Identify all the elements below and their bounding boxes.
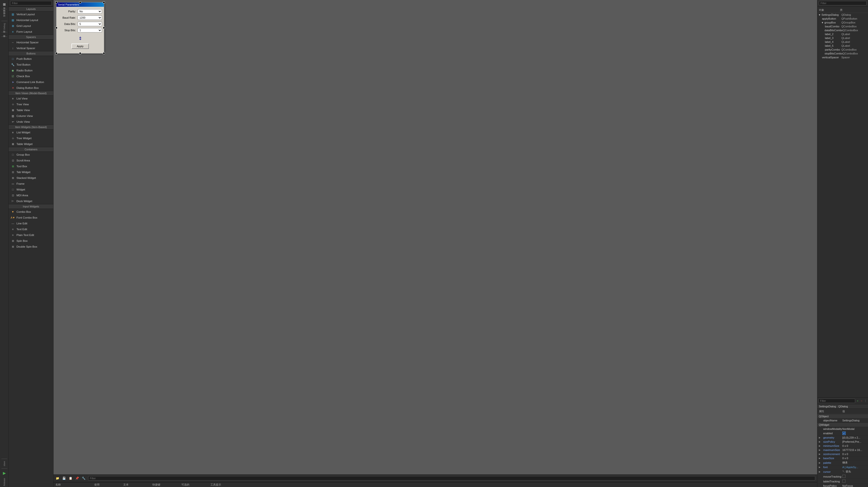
sidebar-item-vertical-layout[interactable]: ▥ Vertical Layout bbox=[9, 11, 53, 17]
prop-enabled[interactable]: enabled ✓ bbox=[817, 431, 868, 436]
tree-item-data-bits-combo[interactable]: dataBitsCombo QComboBox bbox=[817, 28, 868, 32]
tree-item-label-4[interactable]: label_4 QLabel bbox=[817, 40, 868, 44]
prop-objectName[interactable]: objectName SettingsDialog bbox=[817, 419, 868, 423]
handle-mr[interactable] bbox=[103, 27, 105, 29]
sidebar-item-widget[interactable]: □ Widget bbox=[9, 187, 53, 192]
sidebar-item-grid-layout[interactable]: ⊞ Grid Layout bbox=[9, 23, 53, 29]
grid-view-icon[interactable]: ⊞ bbox=[1, 1, 8, 8]
sidebar-item-group-box[interactable]: □ Group Box bbox=[9, 152, 53, 158]
props-remove-icon[interactable]: − bbox=[860, 398, 863, 403]
tree-item-apply-button[interactable]: applyButton QPushButton bbox=[817, 17, 868, 21]
handle-bl[interactable] bbox=[56, 52, 57, 54]
sidebar-item-list-widget[interactable]: ≡ List Widget bbox=[9, 129, 53, 135]
form-layout-icon: ≡ bbox=[11, 30, 15, 34]
sidebar-item-tool-button[interactable]: 🔧 Tool Button bbox=[9, 62, 53, 68]
sidebar-item-dialog-button-box[interactable]: ✕ Dialog Button Box bbox=[9, 85, 53, 91]
tree-item-parity-combo[interactable]: parityCombo QComboBox bbox=[817, 48, 868, 52]
paste-icon[interactable]: 📌 bbox=[74, 476, 80, 481]
canvas-area[interactable]: Serial Parameters Parity: No Even Odd Ba… bbox=[54, 0, 817, 475]
sidebar-item-mdi-area[interactable]: ⊡ MDI Area bbox=[9, 192, 53, 198]
sidebar-item-table-widget[interactable]: ⊞ Table Widget bbox=[9, 141, 53, 147]
filter-input[interactable] bbox=[10, 1, 52, 5]
props-filter-input[interactable] bbox=[818, 399, 855, 403]
tree-item-label-3[interactable]: label_3 QLabel bbox=[817, 36, 868, 40]
save-file-icon[interactable]: 💾 bbox=[61, 476, 67, 481]
prop-focusPolicy[interactable]: focusPolicy NoFocus bbox=[817, 484, 868, 487]
line-edit-icon: — bbox=[11, 221, 15, 226]
sidebar-item-frame[interactable]: ▭ Frame bbox=[9, 181, 53, 187]
sidebar-item-double-spin-box[interactable]: ⊞ Double Spin Box bbox=[9, 244, 53, 250]
sidebar-item-tab-widget[interactable]: ⊟ Tab Widget bbox=[9, 169, 53, 175]
sidebar-item-push-button[interactable]: □ Push Button bbox=[9, 56, 53, 62]
open-file-icon[interactable]: 📁 bbox=[55, 476, 60, 481]
parity-select[interactable]: No Even Odd bbox=[78, 9, 102, 13]
sidebar-item-table-view[interactable]: ⊞ Table View bbox=[9, 107, 53, 113]
sidebar-item-undo-view[interactable]: ↩ Undo View bbox=[9, 119, 53, 125]
tree-header: 对象 类 bbox=[817, 7, 868, 13]
prop-section-qobject[interactable]: QObject bbox=[817, 414, 868, 419]
sidebar-item-radio-button[interactable]: ◉ Radio Button bbox=[9, 68, 53, 73]
handle-tl[interactable] bbox=[56, 1, 57, 3]
mouseTracking-checkbox[interactable] bbox=[842, 475, 845, 478]
prop-baseSize[interactable]: ▶ baseSize 0 x 0 bbox=[817, 456, 868, 460]
play-icon[interactable]: ▶ bbox=[1, 470, 8, 477]
prop-geometry[interactable]: ▶ geometry [(0,0),239 x 2... bbox=[817, 436, 868, 440]
sidebar-item-tree-view[interactable]: ⊹ Tree View bbox=[9, 101, 53, 107]
tree-item-settings-dialog[interactable]: ▼ SettingsDialog QDialog bbox=[817, 13, 868, 17]
prop-minimumSize[interactable]: ▶ minimumSize 0 x 0 bbox=[817, 444, 868, 448]
prop-cursor[interactable]: ▶ cursor ↖ 箭头 bbox=[817, 469, 868, 474]
baud-rate-select[interactable]: 1200 2400 9600 bbox=[78, 15, 102, 20]
sidebar-item-form-layout[interactable]: ≡ Form Layout bbox=[9, 29, 53, 35]
sidebar-item-font-combo-box[interactable]: A▼ Font Combo Box bbox=[9, 215, 53, 221]
sidebar-item-command-link-button[interactable]: ➤ Command Link Button bbox=[9, 79, 53, 85]
sidebar-item-text-edit[interactable]: ≡ Text Edit bbox=[9, 226, 53, 232]
prop-font[interactable]: ▶ font A [.AppleSy... bbox=[817, 465, 868, 469]
handle-tm[interactable] bbox=[79, 1, 81, 3]
enabled-checkbox[interactable]: ✓ bbox=[842, 431, 846, 435]
right-filter-input[interactable] bbox=[819, 1, 867, 5]
prop-sizeIncrement[interactable]: ▶ sizeIncrement 0 x 0 bbox=[817, 452, 868, 456]
handle-br[interactable] bbox=[103, 52, 105, 54]
settings-icon[interactable]: 🔧 bbox=[81, 476, 87, 481]
data-bits-select[interactable]: 5 6 7 8 bbox=[78, 22, 102, 26]
sidebar-item-line-edit[interactable]: — Line Edit bbox=[9, 221, 53, 226]
prop-palette[interactable]: ▶ palette 继承 bbox=[817, 460, 868, 465]
prop-windowModality[interactable]: windowModality NonModal bbox=[817, 427, 868, 431]
tree-item-baud-combo[interactable]: baudCombo QComboBox bbox=[817, 25, 868, 28]
sidebar-item-list-view[interactable]: ≡ List View bbox=[9, 96, 53, 101]
sidebar-item-tree-widget[interactable]: ⊹ Tree Widget bbox=[9, 135, 53, 141]
tree-item-label-5[interactable]: label_5 QLabel bbox=[817, 44, 868, 48]
props-add-icon[interactable]: + bbox=[856, 398, 859, 403]
sidebar-item-spin-box[interactable]: ⊞ Spin Box bbox=[9, 238, 53, 244]
props-menu-icon[interactable]: ⋮ bbox=[864, 398, 867, 403]
handle-tr[interactable] bbox=[103, 1, 105, 3]
tree-item-stop-bits-combo[interactable]: stopBitsCombo QComboBox bbox=[817, 52, 868, 56]
sidebar-item-scroll-area[interactable]: ⊡ Scroll Area bbox=[9, 158, 53, 163]
copy-icon[interactable]: 📋 bbox=[68, 476, 73, 481]
sidebar-item-stacked-widget[interactable]: ⊞ Stacked Widget bbox=[9, 175, 53, 181]
handle-bm[interactable] bbox=[79, 52, 81, 54]
tree-item-group-box[interactable]: ▼ groupBox QGroupBox bbox=[817, 21, 868, 25]
sidebar-item-tool-box[interactable]: ⊠ Tool Box bbox=[9, 163, 53, 169]
col-name: 名称 bbox=[55, 483, 93, 487]
tree-item-label-2[interactable]: label_2 QLabel bbox=[817, 32, 868, 36]
sidebar-item-check-box[interactable]: ☑ Check Box bbox=[9, 73, 53, 79]
prop-section-qwidget[interactable]: QWidget bbox=[817, 423, 868, 427]
prop-tabletTracking[interactable]: tabletTracking bbox=[817, 479, 868, 484]
sidebar-item-plain-text-edit[interactable]: ≡ Plain Text Edit bbox=[9, 232, 53, 238]
bottom-filter-input[interactable] bbox=[88, 476, 815, 481]
sidebar-item-column-view[interactable]: ▥ Column View bbox=[9, 113, 53, 119]
sidebar-item-horizontal-layout[interactable]: ▤ Horizontal Layout bbox=[9, 17, 53, 23]
prop-mouseTracking[interactable]: mouseTracking bbox=[817, 474, 868, 479]
prop-maximumSize[interactable]: ▶ maximumSize 16777215 x 16... bbox=[817, 448, 868, 452]
sidebar-item-combo-box[interactable]: ▼ Combo Box bbox=[9, 209, 53, 215]
tabletTracking-checkbox[interactable] bbox=[842, 480, 845, 483]
apply-button[interactable]: Apply bbox=[71, 43, 89, 49]
tree-item-vertical-spacer[interactable]: verticalSpacer Spacer bbox=[817, 56, 868, 59]
stop-bits-select[interactable]: 1 1.5 2 bbox=[78, 28, 102, 32]
prop-sizePolicy[interactable]: ▶ sizePolicy [Preferred,Pre... bbox=[817, 440, 868, 444]
sidebar-item-dock-widget[interactable]: ⊢ Dock Widget bbox=[9, 198, 53, 204]
handle-ml[interactable] bbox=[56, 27, 57, 29]
sidebar-item-horizontal-spacer[interactable]: ↔ Horizontal Spacer bbox=[9, 39, 53, 45]
sidebar-item-vertical-spacer[interactable]: ↕ Vertical Spacer bbox=[9, 45, 53, 51]
